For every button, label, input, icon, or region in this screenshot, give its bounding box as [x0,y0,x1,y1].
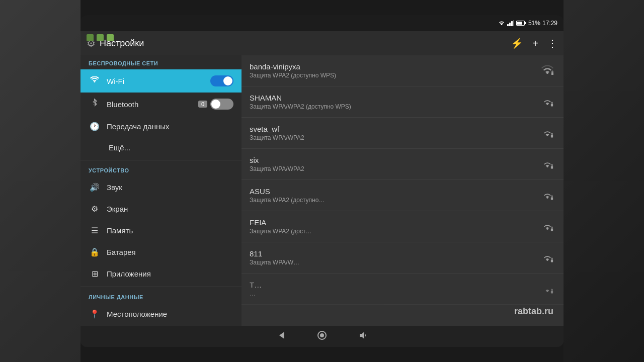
wifi-name-feia: FEIA [250,218,539,227]
status-icons: 51% 17:29 [498,20,557,27]
action-bar-icons: ⚡ + ⋮ [511,37,557,49]
sound-icon: 🔊 [89,183,101,192]
bluetooth-label: Bluetooth [107,100,198,109]
wifi-security-asus: Защита WPA2 (доступно… [250,197,539,204]
main-content: БЕСПРОВОДНЫЕ СЕТИ Wi-Fi [80,55,564,326]
wifi-name-six: six [250,156,539,164]
sidebar-item-data[interactable]: 🕐 Передача данных [80,116,242,137]
bluetooth-icon [89,99,101,110]
wifi-network-feia[interactable]: FEIA Защита WPA2 (дост… [242,211,564,242]
sidebar-item-apps[interactable]: ⊞ Приложения [80,263,242,285]
wifi-info-sveta: sveta_wf Защита WPA/WPA2 [250,125,539,141]
sound-label: Звук [107,183,233,192]
sidebar-item-battery[interactable]: 🔒 Батарея [80,241,242,263]
section-personal: ЛИЧНЫЕ ДАННЫЕ [80,289,242,303]
wifi-name-asus: ASUS [250,187,539,196]
wifi-signal-feia [539,219,555,235]
wifi-security-sveta: Защита WPA/WPA2 [250,134,539,141]
tablet-frame: 51% 17:29 ⚙ Настройки ⚡ + ⋮ БЕСПРОВОДНЫЕ… [80,15,564,347]
wifi-network-six[interactable]: six Защита WPA/WPA2 [242,149,564,180]
wifi-security-six: Защита WPA/WPA2 [250,165,539,172]
wifi-network-banda[interactable]: banda-vinipyxa Защита WPA2 (доступно WPS… [242,55,564,86]
screen-label: Экран [107,205,233,213]
svg-rect-8 [551,104,553,106]
wifi-info-t: Т… … [250,281,539,297]
home-button[interactable] [316,330,328,343]
apps-label: Приложения [107,269,233,278]
wifi-network-sveta[interactable]: sveta_wf Защита WPA/WPA2 [242,118,564,149]
wifi-network-shaman[interactable]: SHAMAN Защита WPA/WPA2 (доступно WPS) [242,86,564,118]
sidebar: БЕСПРОВОДНЫЕ СЕТИ Wi-Fi [80,55,242,326]
svg-rect-12 [551,228,553,231]
location-label: Местоположение [107,310,233,318]
sidebar-item-wifi[interactable]: Wi-Fi [80,69,242,93]
wifi-signal-t [539,281,555,297]
wifi-toggle-knob [223,76,232,85]
wifi-info-asus: ASUS Защита WPA2 (доступно… [250,187,539,204]
svg-point-17 [320,333,324,337]
section-wireless: БЕСПРОВОДНЫЕ СЕТИ [80,55,242,69]
bluetooth-badge: 0 [198,101,207,108]
wifi-signal-six [539,156,555,172]
screen-icon: ⚙ [89,204,101,214]
memory-label: Память [107,226,233,235]
sidebar-item-memory[interactable]: ☰ Память [80,220,242,241]
wifi-icon [89,76,101,85]
wifi-network-t[interactable]: Т… … [242,274,564,305]
wifi-name-t: Т… [250,281,539,289]
flash-icon[interactable]: ⚡ [511,37,523,49]
sidebar-item-bluetooth[interactable]: Bluetooth 0 [80,93,242,116]
wifi-signal-811 [539,250,555,266]
svg-rect-11 [551,197,553,200]
svg-rect-6 [517,22,522,25]
wifi-status-icon [498,20,505,26]
wifi-name-sveta: sveta_wf [250,125,539,133]
svg-rect-0 [507,24,509,26]
svg-rect-9 [551,135,553,137]
wifi-network-asus[interactable]: ASUS Защита WPA2 (доступно… [242,180,564,211]
battery-icon [516,20,526,26]
sidebar-item-more[interactable]: Ещё... [80,137,242,158]
svg-rect-5 [525,22,526,24]
wifi-info-shaman: SHAMAN Защита WPA/WPA2 (доступно WPS) [250,94,539,110]
divider-2 [80,287,242,287]
svg-rect-10 [551,166,553,168]
bluetooth-toggle-knob [211,100,220,109]
wifi-name-811: 811 [250,249,539,258]
sidebar-item-screen[interactable]: ⚙ Экран [80,198,242,220]
svg-rect-13 [551,259,553,262]
wifi-security-banda: Защита WPA2 (доступно WPS) [250,72,539,79]
volume-button[interactable] [358,330,369,343]
sidebar-item-location[interactable]: 📍 Местоположение [80,303,242,325]
battery-sidebar-icon: 🔒 [89,247,101,257]
win-btn-3 [107,34,114,41]
location-icon: 📍 [89,309,101,319]
wifi-security-feia: Защита WPA2 (дост… [250,228,539,235]
wifi-info-banda: banda-vinipyxa Защита WPA2 (доступно WPS… [250,62,539,79]
wifi-info-811: 811 Защита WPA/W… [250,249,539,266]
bluetooth-toggle[interactable]: 0 [198,99,233,110]
wifi-toggle-switch[interactable] [210,75,233,86]
bluetooth-toggle-switch[interactable] [210,99,233,110]
sidebar-item-sound[interactable]: 🔊 Звук [80,176,242,198]
more-options-button[interactable]: ⋮ [547,37,557,49]
wifi-signal-sveta [539,125,555,141]
data-icon: 🕐 [89,122,101,131]
divider-1 [80,160,242,160]
bottom-bar [80,326,564,347]
section-device: УСТРОЙСТВО [80,162,242,176]
back-button[interactable] [275,330,286,343]
battery-label: Батарея [107,248,233,256]
svg-marker-15 [279,332,284,339]
wifi-panel: banda-vinipyxa Защита WPA2 (доступно WPS… [242,55,564,326]
svg-rect-14 [551,291,553,293]
win-btn-2 [97,34,104,41]
wifi-security-t: … [250,290,539,297]
wifi-info-six: six Защита WPA/WPA2 [250,156,539,172]
wifi-toggle[interactable] [210,75,233,86]
svg-rect-2 [511,21,513,26]
wifi-network-811[interactable]: 811 Защита WPA/W… [242,242,564,274]
wifi-label: Wi-Fi [107,77,210,85]
add-button[interactable]: + [532,38,538,49]
status-bar: 51% 17:29 [80,15,564,31]
